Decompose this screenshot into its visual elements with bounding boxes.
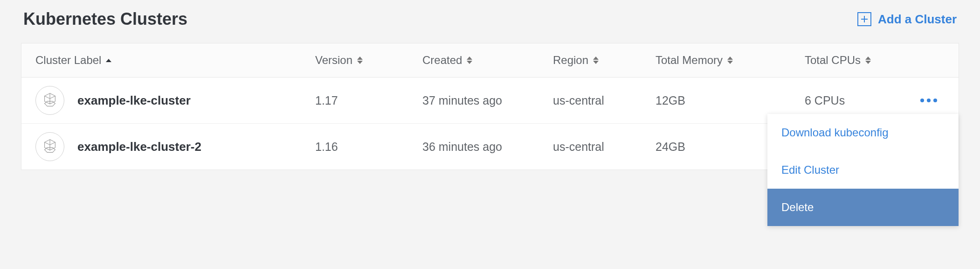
column-header-cpus-text: Total CPUs: [805, 54, 861, 67]
plus-icon: [857, 12, 871, 26]
cell-version: 1.17: [315, 94, 422, 107]
table-header-row: Cluster Label Version Created Region Tot…: [21, 43, 959, 78]
column-header-region[interactable]: Region: [553, 54, 656, 67]
column-header-memory[interactable]: Total Memory: [656, 54, 805, 67]
column-header-region-text: Region: [553, 54, 588, 67]
column-header-memory-text: Total Memory: [656, 54, 723, 67]
row-actions-menu: Download kubeconfig Edit Cluster Delete: [767, 114, 959, 226]
cell-region: us-central: [553, 94, 656, 107]
kubernetes-icon: [35, 132, 64, 161]
table-row: example-lke-cluster 1.17 37 minutes ago …: [21, 78, 959, 124]
clusters-table: Cluster Label Version Created Region Tot…: [21, 43, 959, 170]
add-cluster-button[interactable]: Add a Cluster: [857, 12, 957, 27]
row-actions-button[interactable]: [917, 95, 941, 106]
cell-memory: 12GB: [656, 94, 805, 107]
sort-icon: [357, 56, 364, 65]
column-header-label-text: Cluster Label: [35, 54, 101, 67]
cell-created: 36 minutes ago: [422, 140, 553, 154]
column-header-created[interactable]: Created: [422, 54, 553, 67]
kubernetes-icon: [35, 86, 64, 115]
column-header-version[interactable]: Version: [315, 54, 422, 67]
cluster-name-link[interactable]: example-lke-cluster-2: [77, 140, 201, 154]
ellipsis-icon: [927, 99, 931, 102]
ellipsis-icon: [933, 99, 937, 102]
cell-cpus: 6 CPUs: [805, 94, 917, 107]
add-cluster-label: Add a Cluster: [878, 12, 957, 27]
sort-icon: [593, 56, 600, 65]
page-title: Kubernetes Clusters: [23, 9, 187, 29]
sort-icon: [467, 56, 473, 65]
cell-created: 37 minutes ago: [422, 94, 553, 107]
cell-region: us-central: [553, 140, 656, 154]
menu-download-kubeconfig[interactable]: Download kubeconfig: [767, 114, 959, 151]
cluster-name-link[interactable]: example-lke-cluster: [77, 93, 191, 108]
column-header-cpus[interactable]: Total CPUs: [805, 54, 917, 67]
menu-edit-cluster[interactable]: Edit Cluster: [767, 151, 959, 189]
menu-delete[interactable]: Delete: [767, 189, 959, 226]
column-header-label[interactable]: Cluster Label: [35, 54, 315, 67]
cell-version: 1.16: [315, 140, 422, 154]
ellipsis-icon: [920, 99, 924, 102]
sort-icon: [727, 56, 734, 65]
column-header-created-text: Created: [422, 54, 462, 67]
sort-asc-icon: [106, 56, 112, 65]
column-header-version-text: Version: [315, 54, 352, 67]
sort-icon: [865, 56, 872, 65]
